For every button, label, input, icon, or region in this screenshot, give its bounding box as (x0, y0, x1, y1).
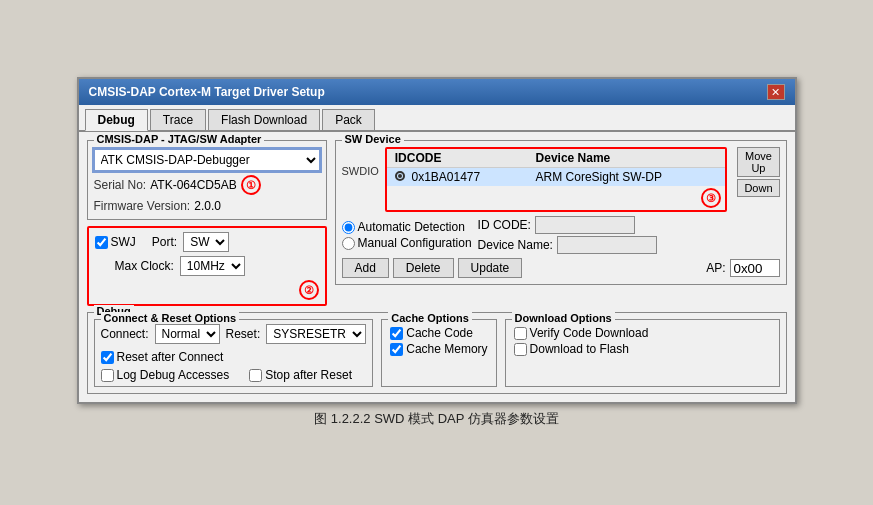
table-header-row: IDCODE Device Name (387, 149, 726, 168)
badge-1: ① (241, 175, 261, 195)
connect-label: Connect: (101, 327, 149, 341)
clock-row: Max Clock: 10MHz (95, 256, 319, 276)
auto-detect-label[interactable]: Automatic Detection (342, 220, 472, 234)
cache-code-checkbox[interactable] (390, 327, 403, 340)
td-idcode: 0x1BA01477 (387, 168, 528, 187)
main-row: CMSIS-DAP - JTAG/SW Adapter ATK CMSIS-DA… (87, 140, 787, 306)
detection-left: Automatic Detection Manual Configuration (342, 220, 472, 250)
debug-row: Connect & Reset Options Connect: Normal … (94, 319, 780, 387)
manual-config-label[interactable]: Manual Configuration (342, 236, 472, 250)
log-debug-checkbox[interactable] (101, 369, 114, 382)
reset-label: Reset: (226, 327, 261, 341)
sw-device-group: SW Device SWDIO IDCODE Device Name (335, 140, 787, 285)
badge-2: ② (299, 280, 319, 300)
content-area: CMSIS-DAP - JTAG/SW Adapter ATK CMSIS-DA… (79, 132, 795, 402)
device-name-row: Device Name: (478, 236, 780, 254)
cache-memory-checkbox[interactable] (390, 343, 403, 356)
id-code-input[interactable] (535, 216, 635, 234)
log-debug-label[interactable]: Log Debug Accesses (101, 368, 230, 382)
connect-reset-group: Connect & Reset Options Connect: Normal … (94, 319, 374, 387)
tab-debug[interactable]: Debug (85, 109, 148, 131)
auto-detect-radio[interactable] (342, 221, 355, 234)
th-idcode: IDCODE (387, 149, 528, 168)
detection-row: Automatic Detection Manual Configuration… (342, 216, 780, 254)
action-btn-row: Add Delete Update AP: (342, 258, 780, 278)
dialog-title: CMSIS-DAP Cortex-M Target Driver Setup (89, 85, 325, 99)
download-to-flash-label[interactable]: Download to Flash (514, 342, 771, 356)
caption: 图 1.2.2.2 SWD 模式 DAP 仿真器参数设置 (314, 410, 559, 428)
verify-code-label[interactable]: Verify Code Download (514, 326, 771, 340)
update-button[interactable]: Update (458, 258, 523, 278)
move-buttons: MoveUp Down (737, 147, 779, 197)
tab-pack[interactable]: Pack (322, 109, 375, 130)
connect-reset-top: Connect: Normal Reset: SYSRESETREQ (101, 324, 367, 344)
stop-after-reset-checkbox[interactable] (249, 369, 262, 382)
reset-select[interactable]: SYSRESETREQ (266, 324, 366, 344)
download-to-flash-checkbox[interactable] (514, 343, 527, 356)
verify-code-checkbox[interactable] (514, 327, 527, 340)
title-bar: CMSIS-DAP Cortex-M Target Driver Setup ✕ (79, 79, 795, 105)
clock-label: Max Clock: (115, 259, 174, 273)
cache-options-group: Cache Options Cache Code Cache Memory (381, 319, 496, 387)
cache-memory-label[interactable]: Cache Memory (390, 342, 487, 356)
detection-right: ID CODE: Device Name: (478, 216, 780, 254)
manual-config-radio[interactable] (342, 237, 355, 250)
port-row: SWJ Port: SW (95, 232, 319, 252)
tab-trace[interactable]: Trace (150, 109, 206, 130)
clock-select[interactable]: 10MHz (180, 256, 245, 276)
delete-button[interactable]: Delete (393, 258, 454, 278)
tab-bar: Debug Trace Flash Download Pack (79, 105, 795, 132)
close-button[interactable]: ✕ (767, 84, 785, 100)
main-dialog: CMSIS-DAP Cortex-M Target Driver Setup ✕… (77, 77, 797, 404)
reset-after-connect-label[interactable]: Reset after Connect (101, 350, 367, 364)
swdio-label: SWDIO (342, 165, 379, 177)
device-table: IDCODE Device Name 0x1BA01477 (387, 149, 726, 186)
port-label: Port: (152, 235, 177, 249)
td-device-name: ARM CoreSight SW-DP (528, 168, 726, 187)
id-code-label: ID CODE: (478, 218, 531, 232)
firmware-value: 2.0.0 (194, 199, 221, 213)
badge-3: ③ (701, 188, 721, 208)
adapter-select[interactable]: ATK CMSIS-DAP-Debugger (94, 149, 320, 171)
tab-flash-download[interactable]: Flash Download (208, 109, 320, 130)
cache-code-label[interactable]: Cache Code (390, 326, 487, 340)
adapter-row: ATK CMSIS-DAP-Debugger (94, 149, 320, 171)
adapter-group: CMSIS-DAP - JTAG/SW Adapter ATK CMSIS-DA… (87, 140, 327, 220)
stop-after-reset-label[interactable]: Stop after Reset (249, 368, 352, 382)
connect-select[interactable]: Normal (155, 324, 220, 344)
move-down-button[interactable]: Down (737, 179, 779, 197)
serial-row: Serial No: ATK-064CD5AB ① (94, 175, 320, 195)
sw-device-label: SW Device (342, 133, 404, 145)
port-clock-box: SWJ Port: SW Max Clock: 10MHz (87, 226, 327, 306)
serial-label: Serial No: (94, 178, 147, 192)
connect-reset-label: Connect & Reset Options (101, 312, 240, 324)
adapter-group-label: CMSIS-DAP - JTAG/SW Adapter (94, 133, 265, 145)
move-up-button[interactable]: MoveUp (737, 147, 779, 177)
device-table-wrap: IDCODE Device Name 0x1BA01477 (385, 147, 728, 212)
swj-checkbox-label[interactable]: SWJ (95, 235, 136, 249)
firmware-row: Firmware Version: 2.0.0 (94, 199, 320, 213)
debug-section: Debug Connect & Reset Options Connect: N… (87, 312, 787, 394)
ap-row: AP: (706, 259, 779, 277)
left-panel: CMSIS-DAP - JTAG/SW Adapter ATK CMSIS-DA… (87, 140, 327, 306)
download-options-label: Download Options (512, 312, 615, 324)
id-code-row: ID CODE: (478, 216, 780, 234)
ap-label: AP: (706, 261, 725, 275)
ap-input[interactable] (730, 259, 780, 277)
reset-after-connect-checkbox[interactable] (101, 351, 114, 364)
device-name-input[interactable] (557, 236, 657, 254)
port-select[interactable]: SW (183, 232, 229, 252)
serial-value: ATK-064CD5AB (150, 178, 236, 192)
cache-options-label: Cache Options (388, 312, 472, 324)
firmware-label: Firmware Version: (94, 199, 191, 213)
table-row[interactable]: 0x1BA01477 ARM CoreSight SW-DP (387, 168, 726, 187)
swj-checkbox[interactable] (95, 236, 108, 249)
radio-selected (395, 171, 405, 181)
th-device-name: Device Name (528, 149, 726, 168)
add-button[interactable]: Add (342, 258, 389, 278)
right-panel: SW Device SWDIO IDCODE Device Name (335, 140, 787, 306)
download-options-group: Download Options Verify Code Download Do… (505, 319, 780, 387)
cr-checkboxes: Reset after Connect Log Debug Accesses S… (101, 348, 367, 382)
device-name-label: Device Name: (478, 238, 553, 252)
sw-top: SWDIO IDCODE Device Name (342, 147, 780, 212)
